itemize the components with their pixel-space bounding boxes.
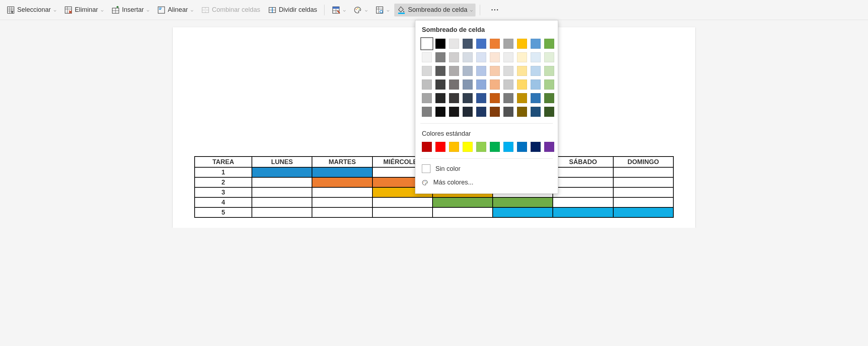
color-swatch[interactable] [463,66,473,76]
color-swatch[interactable] [544,39,554,49]
align-button[interactable]: Alinear ⌵ [154,4,196,16]
data-cell[interactable] [613,177,673,187]
more-options-button[interactable]: ··· [484,4,506,16]
color-swatch[interactable] [517,39,527,49]
data-cell[interactable] [312,187,372,197]
color-swatch[interactable] [449,66,459,76]
color-swatch[interactable] [503,142,513,152]
color-swatch[interactable] [531,39,541,49]
column-header[interactable]: DOMINGO [613,157,673,167]
data-cell[interactable] [312,177,372,187]
color-swatch[interactable] [531,52,541,62]
color-swatch[interactable] [449,107,459,117]
data-cell[interactable] [553,177,613,187]
select-button[interactable]: Seleccionar ⌵ [4,4,59,16]
row-label-cell[interactable]: 4 [195,197,252,207]
data-cell[interactable] [493,197,553,207]
color-swatch[interactable] [422,107,432,117]
color-swatch[interactable] [517,80,527,90]
table-row[interactable]: 5 [195,207,673,217]
color-swatch[interactable] [463,107,473,117]
color-swatch[interactable] [503,39,513,49]
data-cell[interactable] [433,197,493,207]
data-cell[interactable] [493,207,553,217]
data-cell[interactable] [252,177,312,187]
color-swatch[interactable] [449,93,459,103]
data-cell[interactable] [312,167,372,177]
color-swatch[interactable] [544,52,554,62]
color-swatch[interactable] [463,142,473,152]
color-swatch[interactable] [503,93,513,103]
color-swatch[interactable] [503,52,513,62]
color-swatch[interactable] [517,52,527,62]
color-swatch[interactable] [435,93,445,103]
color-swatch[interactable] [531,142,541,152]
color-swatch[interactable] [422,39,432,49]
color-swatch[interactable] [476,107,486,117]
color-swatch[interactable] [463,80,473,90]
row-label-cell[interactable]: 3 [195,187,252,197]
more-colors-option[interactable]: Más colores... [415,176,558,189]
table-options-button[interactable]: ⌵ [372,4,392,16]
color-swatch[interactable] [449,39,459,49]
color-swatch[interactable] [531,93,541,103]
data-cell[interactable] [252,167,312,177]
color-swatch[interactable] [490,142,500,152]
column-header[interactable]: TAREA [195,157,252,167]
color-swatch[interactable] [463,39,473,49]
color-swatch[interactable] [422,142,432,152]
color-swatch[interactable] [476,66,486,76]
color-swatch[interactable] [435,80,445,90]
color-swatch[interactable] [463,93,473,103]
delete-button[interactable]: Eliminar ⌵ [61,4,106,16]
no-color-option[interactable]: Sin color [415,162,558,176]
data-cell[interactable] [553,197,613,207]
color-swatch[interactable] [476,39,486,49]
color-swatch[interactable] [476,93,486,103]
color-swatch[interactable] [517,107,527,117]
border-color-button[interactable]: ⌵ [351,4,370,16]
color-swatch[interactable] [449,52,459,62]
color-swatch[interactable] [435,66,445,76]
color-swatch[interactable] [490,39,500,49]
data-cell[interactable] [553,187,613,197]
color-swatch[interactable] [476,52,486,62]
color-swatch[interactable] [476,80,486,90]
table-styles-button[interactable]: ⌵ [329,4,348,16]
color-swatch[interactable] [531,107,541,117]
data-cell[interactable] [613,167,673,177]
color-swatch[interactable] [449,80,459,90]
color-swatch[interactable] [544,80,554,90]
color-swatch[interactable] [422,66,432,76]
color-swatch[interactable] [503,66,513,76]
color-swatch[interactable] [544,107,554,117]
color-swatch[interactable] [531,80,541,90]
insert-button[interactable]: Insertar ⌵ [108,4,152,16]
color-swatch[interactable] [435,142,445,152]
cell-shading-button[interactable]: Sombreado de celda ⌵ [394,4,476,16]
data-cell[interactable] [312,207,372,217]
data-cell[interactable] [372,197,433,207]
color-swatch[interactable] [435,52,445,62]
column-header[interactable]: MARTES [312,157,372,167]
data-cell[interactable] [372,207,433,217]
color-swatch[interactable] [449,142,459,152]
data-cell[interactable] [433,207,493,217]
data-cell[interactable] [613,187,673,197]
data-cell[interactable] [553,207,613,217]
data-cell[interactable] [613,207,673,217]
row-label-cell[interactable]: 1 [195,167,252,177]
color-swatch[interactable] [490,52,500,62]
row-label-cell[interactable]: 5 [195,207,252,217]
color-swatch[interactable] [517,142,527,152]
split-cells-button[interactable]: Dividir celdas [265,4,320,16]
data-cell[interactable] [252,207,312,217]
data-cell[interactable] [312,197,372,207]
data-cell[interactable] [252,197,312,207]
column-header[interactable]: SÁBADO [553,157,613,167]
color-swatch[interactable] [490,80,500,90]
column-header[interactable]: LUNES [252,157,312,167]
color-swatch[interactable] [503,80,513,90]
color-swatch[interactable] [435,39,445,49]
color-swatch[interactable] [476,142,486,152]
